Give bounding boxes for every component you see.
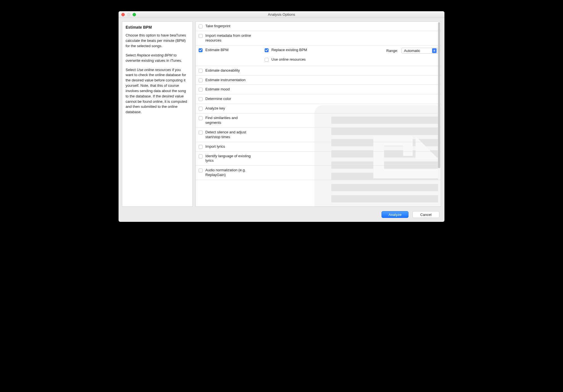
label-use-online: Use online resources xyxy=(271,57,306,61)
option-normalization[interactable]: Audio normalization (e.g. ReplayGain) xyxy=(196,166,441,180)
option-take-fingerprint[interactable]: Take fingerprint xyxy=(196,22,441,31)
option-use-online[interactable]: Use online resources xyxy=(265,57,307,62)
window-controls xyxy=(119,13,136,16)
checkbox-import-metadata[interactable] xyxy=(199,34,203,38)
option-mood[interactable]: Estimate mood xyxy=(196,85,441,94)
label-instrumentation: Estimate instrumentation xyxy=(205,78,246,83)
checkbox-estimate-bpm[interactable] xyxy=(199,48,203,52)
label-silence: Detect silence and adjust start/stop tim… xyxy=(205,130,253,140)
checkbox-color[interactable] xyxy=(199,97,203,101)
label-similarities: Find similarities and segments xyxy=(205,116,253,125)
option-import-metadata[interactable]: Import metadata from online resources xyxy=(196,31,441,45)
option-silence[interactable]: Detect silence and adjust start/stop tim… xyxy=(196,128,441,142)
zoom-window-button[interactable] xyxy=(133,13,136,16)
checkbox-lyrics[interactable] xyxy=(199,145,203,149)
content-area: Estimate BPM Choose this option to have … xyxy=(119,18,444,210)
option-color[interactable]: Determine color xyxy=(196,94,441,104)
option-language[interactable]: Identify language of existing lyrics xyxy=(196,152,441,166)
label-import-metadata: Import metadata from online resources xyxy=(205,33,253,43)
range-select[interactable]: Automatic xyxy=(401,48,438,54)
minimize-window-button xyxy=(127,13,130,16)
range-label: Range: xyxy=(386,49,398,53)
label-danceability: Estimate danceability xyxy=(205,68,240,73)
checkbox-similarities[interactable] xyxy=(199,116,203,120)
checkbox-key[interactable] xyxy=(199,107,203,111)
option-danceability[interactable]: Estimate danceability xyxy=(196,66,441,76)
help-sidebar: Estimate BPM Choose this option to have … xyxy=(122,21,193,207)
option-lyrics[interactable]: Import lyrics xyxy=(196,142,441,152)
label-key: Analyze key xyxy=(205,106,225,111)
checkbox-normalization[interactable] xyxy=(199,168,203,172)
sidebar-para-1: Choose this option to have beaTunes calc… xyxy=(126,33,189,49)
checkbox-silence[interactable] xyxy=(199,131,203,135)
window-title: Analysis Options xyxy=(119,12,444,17)
cancel-button[interactable]: Cancel xyxy=(412,211,439,218)
checkbox-replace-bpm[interactable] xyxy=(265,48,269,52)
label-color: Determine color xyxy=(205,97,231,101)
scrollbar[interactable] xyxy=(438,22,440,168)
options-panel: Take fingerprint Import metadata from on… xyxy=(196,21,441,207)
checkbox-danceability[interactable] xyxy=(199,69,203,73)
option-key[interactable]: Analyze key xyxy=(196,104,441,113)
svg-rect-8 xyxy=(331,195,438,202)
options-scroll[interactable]: Take fingerprint Import metadata from on… xyxy=(196,22,441,206)
checkbox-use-online[interactable] xyxy=(265,58,269,62)
sidebar-para-3: Select Use online resources if you want … xyxy=(126,67,189,115)
range-select-value: Automatic xyxy=(404,49,420,53)
select-arrows-icon xyxy=(432,48,437,53)
titlebar: Analysis Options xyxy=(119,11,444,18)
analyze-button[interactable]: Analyze xyxy=(382,211,408,218)
option-similarities[interactable]: Find similarities and segments xyxy=(196,113,441,128)
analysis-options-window: Analysis Options Estimate BPM Choose thi… xyxy=(119,11,444,222)
label-lyrics: Import lyrics xyxy=(205,144,225,149)
option-replace-bpm[interactable]: Replace existing BPM xyxy=(265,48,307,52)
sidebar-heading: Estimate BPM xyxy=(126,24,189,30)
bpm-sub-options: Replace existing BPM Use online resource… xyxy=(265,48,307,62)
checkbox-instrumentation[interactable] xyxy=(199,78,203,82)
checkbox-mood[interactable] xyxy=(199,88,203,92)
label-take-fingerprint: Take fingerprint xyxy=(205,24,230,29)
close-window-button[interactable] xyxy=(121,13,125,16)
svg-rect-7 xyxy=(331,184,438,191)
option-instrumentation[interactable]: Estimate instrumentation xyxy=(196,76,441,85)
label-estimate-bpm: Estimate BPM xyxy=(205,48,228,52)
sidebar-para-2: Select Replace existing BPM to overwrite… xyxy=(126,53,189,63)
checkbox-take-fingerprint[interactable] xyxy=(199,24,203,28)
bpm-range-group: Range: Automatic xyxy=(386,48,438,54)
option-estimate-bpm[interactable]: Estimate BPM Replace existing BPM Use on… xyxy=(196,45,441,66)
label-normalization: Audio normalization (e.g. ReplayGain) xyxy=(205,168,253,177)
checkbox-language[interactable] xyxy=(199,154,203,158)
label-mood: Estimate mood xyxy=(205,87,230,92)
label-replace-bpm: Replace existing BPM xyxy=(271,48,307,52)
dialog-footer: Analyze Cancel xyxy=(119,210,444,222)
label-language: Identify language of existing lyrics xyxy=(205,154,253,163)
